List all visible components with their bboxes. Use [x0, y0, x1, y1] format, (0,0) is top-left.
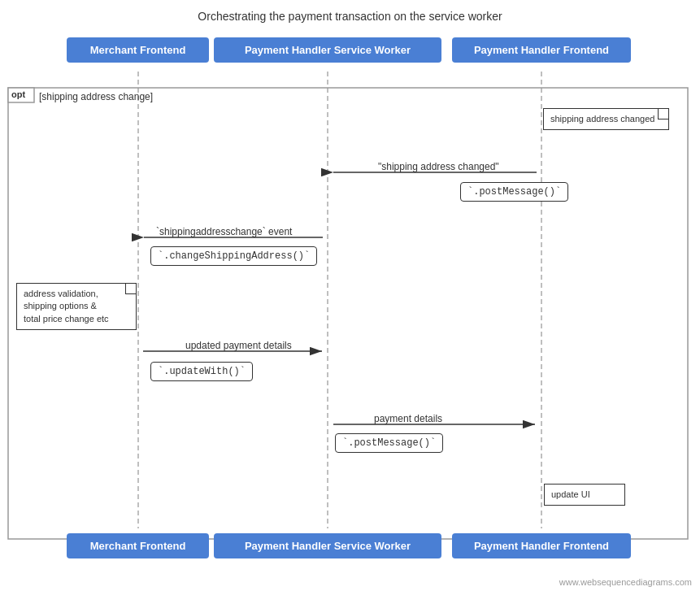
- method-change-shipping: `.changeShippingAddress()`: [150, 246, 317, 266]
- opt-condition: [shipping address change]: [39, 91, 153, 102]
- note-update-ui: update UI: [544, 484, 625, 506]
- watermark: www.websequencediagrams.com: [559, 577, 692, 587]
- arrow-label-1: "shipping address changed": [378, 161, 499, 172]
- method-post-message-1: `.postMessage()`: [460, 182, 568, 202]
- diagram-container: Orchestrating the payment transaction on…: [0, 0, 700, 591]
- method-post-message-2: `.postMessage()`: [335, 433, 443, 453]
- arrow-label-3: updated payment details: [185, 340, 292, 351]
- opt-label: opt: [11, 89, 25, 99]
- note-address-validation: address validation,shipping options &tot…: [16, 283, 137, 330]
- lifeline-sw-bottom: Payment Handler Service Worker: [214, 533, 441, 558]
- lifeline-frontend-bottom: Payment Handler Frontend: [452, 533, 631, 558]
- arrow-label-4: payment details: [374, 413, 442, 424]
- lifeline-merchant-bottom: Merchant Frontend: [67, 533, 209, 558]
- arrow-label-2: `shippingaddresschange` event: [156, 226, 292, 237]
- note-shipping-address-changed: shipping address changed: [543, 108, 669, 130]
- method-update-with: `.updateWith()`: [150, 362, 253, 381]
